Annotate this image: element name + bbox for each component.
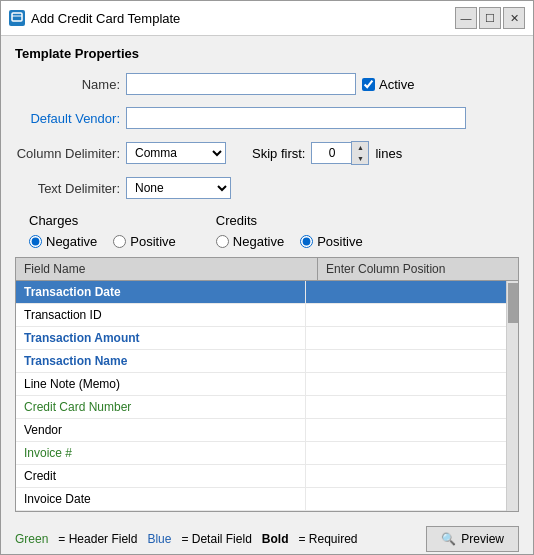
table-row[interactable]: Transaction Date (16, 281, 506, 304)
text-delimiter-row: Text Delimiter: None Quote Double Quote (15, 177, 519, 199)
charges-negative-wrapper: Negative (29, 234, 97, 249)
field-invoice-hash[interactable]: Invoice # (16, 442, 306, 464)
credits-title: Credits (216, 213, 363, 228)
charges-radio-row: Negative Positive (29, 234, 176, 249)
name-input[interactable] (126, 73, 356, 95)
charges-title: Charges (29, 213, 176, 228)
text-delimiter-label: Text Delimiter: (15, 181, 120, 196)
charges-credits-row: Charges Negative Positive Credits (15, 213, 519, 249)
field-credit[interactable]: Credit (16, 465, 306, 487)
col-line-note[interactable] (306, 373, 506, 395)
col-invoice-hash[interactable] (306, 442, 506, 464)
name-row: Name: Active (15, 73, 519, 95)
lines-label: lines (375, 146, 402, 161)
table-body[interactable]: Transaction Date Transaction ID Transact… (16, 281, 506, 511)
col-transaction-id[interactable] (306, 304, 506, 326)
scrollbar[interactable] (506, 281, 518, 511)
default-vendor-label[interactable]: Default Vendor: (15, 111, 120, 126)
legend-blue-equals: = Detail Field (181, 532, 251, 546)
table-row[interactable]: Credit Card Number (16, 396, 506, 419)
field-credit-card-number[interactable]: Credit Card Number (16, 396, 306, 418)
col-transaction-name[interactable] (306, 350, 506, 372)
table-row[interactable]: Invoice # (16, 442, 506, 465)
credits-positive-radio[interactable] (300, 235, 313, 248)
preview-button[interactable]: 🔍 Preview (426, 526, 519, 552)
header-field-name: Field Name (16, 258, 318, 280)
active-checkbox-wrapper: Active (362, 77, 414, 92)
credits-negative-label: Negative (233, 234, 284, 249)
credits-negative-radio[interactable] (216, 235, 229, 248)
field-transaction-id[interactable]: Transaction ID (16, 304, 306, 326)
spinner-down-button[interactable]: ▼ (352, 153, 368, 164)
search-icon: 🔍 (441, 532, 456, 546)
active-checkbox[interactable] (362, 78, 375, 91)
main-window: Add Credit Card Template — ☐ ✕ Template … (0, 0, 534, 555)
table-row[interactable]: Credit (16, 465, 506, 488)
window-controls: — ☐ ✕ (455, 7, 525, 29)
col-vendor[interactable] (306, 419, 506, 441)
column-delimiter-row: Column Delimiter: Comma Tab Semicolon Pi… (15, 141, 519, 165)
fields-table: Field Name Enter Column Position Transac… (15, 257, 519, 512)
minimize-button[interactable]: — (455, 7, 477, 29)
legend-bold-label: Bold (262, 532, 289, 546)
field-invoice-date[interactable]: Invoice Date (16, 488, 306, 510)
text-delimiter-select[interactable]: None Quote Double Quote (126, 177, 231, 199)
credits-radio-row: Negative Positive (216, 234, 363, 249)
credits-negative-wrapper: Negative (216, 234, 284, 249)
scrollbar-thumb (508, 283, 518, 323)
table-row[interactable]: Line Note (Memo) (16, 373, 506, 396)
table-row[interactable]: Vendor (16, 419, 506, 442)
column-delimiter-label: Column Delimiter: (15, 146, 120, 161)
charges-positive-radio[interactable] (113, 235, 126, 248)
spinner-buttons: ▲ ▼ (351, 141, 369, 165)
spinner-up-button[interactable]: ▲ (352, 142, 368, 153)
table-header: Field Name Enter Column Position (16, 258, 518, 281)
section-title: Template Properties (15, 46, 519, 61)
name-label: Name: (15, 77, 120, 92)
default-vendor-row: Default Vendor: (15, 107, 519, 129)
legend-row: Green = Header Field Blue = Detail Field… (15, 520, 519, 555)
table-scroll-wrapper: Transaction Date Transaction ID Transact… (16, 281, 518, 511)
skip-first-wrapper: Skip first: ▲ ▼ lines (252, 141, 402, 165)
field-vendor[interactable]: Vendor (16, 419, 306, 441)
table-row[interactable]: Transaction ID (16, 304, 506, 327)
restore-button[interactable]: ☐ (479, 7, 501, 29)
table-row[interactable]: Transaction Amount (16, 327, 506, 350)
table-row[interactable]: Invoice Date (16, 488, 506, 511)
charges-negative-radio[interactable] (29, 235, 42, 248)
title-bar: Add Credit Card Template — ☐ ✕ (1, 1, 533, 36)
col-transaction-date[interactable] (306, 281, 506, 303)
skip-spinner: ▲ ▼ (311, 141, 369, 165)
charges-negative-label: Negative (46, 234, 97, 249)
field-transaction-amount[interactable]: Transaction Amount (16, 327, 306, 349)
default-vendor-input[interactable] (126, 107, 466, 129)
skip-first-label: Skip first: (252, 146, 305, 161)
field-transaction-name[interactable]: Transaction Name (16, 350, 306, 372)
active-label: Active (379, 77, 414, 92)
legend-green-equals: = Header Field (58, 532, 137, 546)
col-credit[interactable] (306, 465, 506, 487)
field-line-note[interactable]: Line Note (Memo) (16, 373, 306, 395)
charges-positive-wrapper: Positive (113, 234, 176, 249)
table-row[interactable]: Transaction Name (16, 350, 506, 373)
legend-green-label: Green (15, 532, 48, 546)
charges-group: Charges Negative Positive (29, 213, 176, 249)
legend-bold-equals: = Required (298, 532, 357, 546)
col-invoice-date[interactable] (306, 488, 506, 510)
column-delimiter-select[interactable]: Comma Tab Semicolon Pipe (126, 142, 226, 164)
svg-rect-0 (12, 13, 22, 21)
preview-label: Preview (461, 532, 504, 546)
window-icon (9, 10, 25, 26)
header-col-position: Enter Column Position (318, 258, 518, 280)
col-credit-card-number[interactable] (306, 396, 506, 418)
col-transaction-amount[interactable] (306, 327, 506, 349)
window-title: Add Credit Card Template (31, 11, 449, 26)
credits-group: Credits Negative Positive (216, 213, 363, 249)
content-area: Template Properties Name: Active Default… (1, 36, 533, 555)
charges-positive-label: Positive (130, 234, 176, 249)
close-button[interactable]: ✕ (503, 7, 525, 29)
credits-positive-wrapper: Positive (300, 234, 363, 249)
field-transaction-date[interactable]: Transaction Date (16, 281, 306, 303)
skip-first-input[interactable] (311, 142, 351, 164)
legend-blue-label: Blue (147, 532, 171, 546)
